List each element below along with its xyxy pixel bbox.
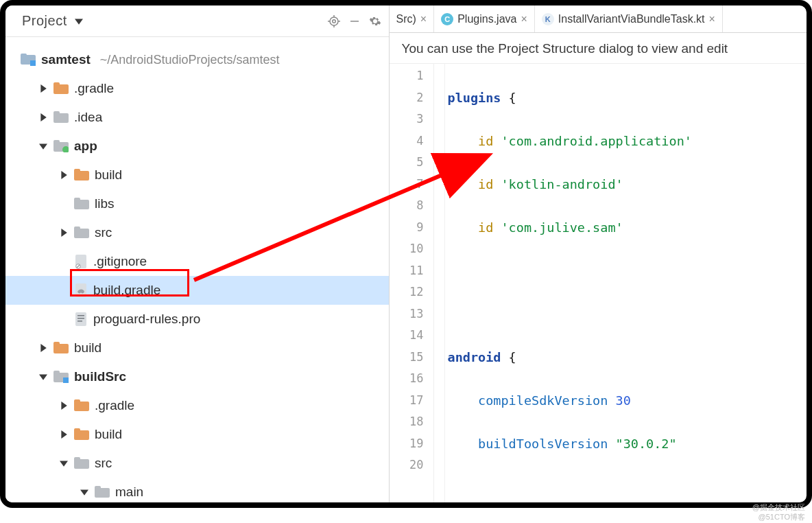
svg-marker-14 <box>40 113 46 121</box>
text-file-icon <box>74 312 88 327</box>
tree-item-bs-build[interactable]: build <box>5 420 389 449</box>
tree-item-proguard[interactable]: proguard-rules.pro <box>5 305 389 334</box>
close-icon[interactable]: × <box>420 13 427 25</box>
svg-marker-17 <box>39 143 47 149</box>
folder-icon <box>74 399 89 412</box>
project-tool-window: Project samtest ~/AndroidStudioProjec <box>5 5 390 502</box>
chevron-right-icon <box>59 430 69 439</box>
svg-rect-33 <box>75 312 86 326</box>
close-icon[interactable]: × <box>521 13 527 25</box>
annotation-highlight-box <box>70 269 189 297</box>
folder-icon <box>53 82 69 95</box>
tree-item-buildsrc[interactable]: buildSrc <box>5 362 389 391</box>
tree-item-idea[interactable]: .idea <box>5 103 389 132</box>
tree-item-bs-src[interactable]: src <box>5 449 389 478</box>
editor-panel: Src) × C Plugins.java × K InstallVariant… <box>390 5 807 502</box>
watermark: @掘金技术社区 @51CTO博客 <box>752 502 805 522</box>
chevron-right-icon <box>59 401 69 410</box>
svg-marker-53 <box>80 489 88 495</box>
svg-rect-55 <box>95 486 101 490</box>
module-icon <box>21 54 36 66</box>
svg-rect-7 <box>350 21 359 22</box>
fold-column[interactable] <box>434 64 445 502</box>
tree-item-app-build[interactable]: build <box>5 161 389 189</box>
svg-rect-16 <box>53 111 60 115</box>
svg-marker-0 <box>75 19 83 24</box>
svg-marker-21 <box>61 171 67 179</box>
svg-rect-49 <box>74 428 80 432</box>
svg-marker-11 <box>40 84 46 93</box>
chevron-down-icon[interactable] <box>74 16 84 26</box>
svg-rect-39 <box>53 342 60 346</box>
folder-icon <box>53 111 69 124</box>
root-path: ~/AndroidStudioProjects/samtest <box>100 53 280 67</box>
file-icon <box>74 254 88 269</box>
tree-item-gradle[interactable]: .gradle <box>5 74 389 103</box>
tab-plugins-java[interactable]: C Plugins.java × <box>434 5 535 32</box>
tab-installvariant-kt[interactable]: K InstallVariantViaBundleTask.kt × <box>535 5 723 32</box>
java-class-icon: C <box>441 13 453 25</box>
tab-src[interactable]: Src) × <box>390 5 435 32</box>
svg-rect-35 <box>77 318 84 319</box>
folder-icon <box>74 457 89 469</box>
tree-item-bs-gradle[interactable]: .gradle <box>5 391 389 420</box>
svg-rect-13 <box>53 82 60 86</box>
svg-marker-47 <box>61 430 67 439</box>
folder-icon <box>74 428 89 441</box>
svg-marker-50 <box>60 461 68 466</box>
project-tree[interactable]: samtest ~/AndroidStudioProjects/samtest … <box>5 37 389 502</box>
project-structure-hint[interactable]: You can use the Project Structure dialog… <box>390 33 807 64</box>
svg-rect-25 <box>74 198 80 202</box>
tree-root[interactable]: samtest ~/AndroidStudioProjects/samtest <box>5 45 389 74</box>
tool-window-title[interactable]: Project <box>22 13 67 29</box>
collapse-all-icon[interactable] <box>348 14 361 28</box>
chevron-down-icon <box>80 487 89 497</box>
svg-rect-10 <box>30 60 36 66</box>
tree-item-build[interactable]: build <box>5 334 389 362</box>
chevron-right-icon <box>59 228 69 237</box>
svg-rect-28 <box>74 226 80 231</box>
svg-point-2 <box>332 19 335 23</box>
tree-item-bs-main[interactable]: main <box>5 478 389 502</box>
close-icon[interactable]: × <box>709 13 715 25</box>
svg-rect-36 <box>77 321 82 322</box>
editor-tabs: Src) × C Plugins.java × K InstallVariant… <box>390 5 807 33</box>
tree-item-app-libs[interactable]: libs <box>5 189 389 218</box>
svg-rect-19 <box>53 140 60 144</box>
folder-icon <box>95 486 110 498</box>
svg-marker-44 <box>61 402 67 410</box>
chevron-right-icon <box>38 84 48 93</box>
gear-icon[interactable] <box>368 14 382 28</box>
chevron-right-icon <box>38 343 48 353</box>
chevron-right-icon <box>38 113 48 122</box>
chevron-down-icon <box>38 141 48 151</box>
code-editor[interactable]: 123457891011121314151617181920 plugins {… <box>390 64 807 502</box>
svg-rect-34 <box>77 315 84 316</box>
code-content[interactable]: plugins { id 'com.android.application' i… <box>445 64 807 502</box>
tree-item-build-gradle[interactable]: build.gradle <box>5 276 389 305</box>
svg-marker-26 <box>61 229 67 237</box>
root-name: samtest <box>41 52 91 67</box>
tree-item-app-src[interactable]: src <box>5 218 389 247</box>
project-tool-header: Project <box>5 5 389 37</box>
svg-point-1 <box>330 17 338 25</box>
kotlin-file-icon: K <box>542 13 554 25</box>
chevron-right-icon <box>59 170 69 180</box>
line-gutter: 123457891011121314151617181920 <box>390 64 434 502</box>
module-folder-icon <box>53 371 69 383</box>
svg-rect-46 <box>74 399 80 404</box>
tree-item-gitignore[interactable]: .gitignore <box>5 247 389 276</box>
folder-icon <box>74 226 89 239</box>
svg-marker-40 <box>39 374 47 380</box>
svg-rect-43 <box>63 377 69 383</box>
target-icon[interactable] <box>327 14 341 28</box>
chevron-down-icon <box>59 458 69 468</box>
tree-item-app[interactable]: app <box>5 132 389 161</box>
folder-icon <box>53 342 69 354</box>
svg-marker-37 <box>40 344 46 352</box>
module-folder-icon <box>53 140 69 152</box>
svg-rect-42 <box>53 371 60 375</box>
folder-icon <box>74 169 89 181</box>
folder-icon <box>74 198 89 210</box>
chevron-down-icon <box>38 372 48 382</box>
